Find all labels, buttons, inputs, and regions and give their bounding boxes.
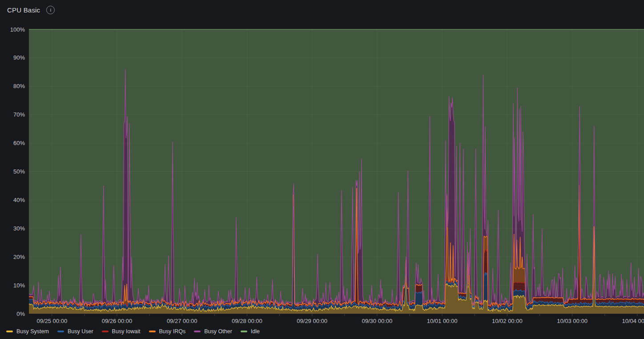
- y-tick-label: 0%: [16, 311, 25, 317]
- x-tick-label: 09/25 00:00: [36, 318, 67, 324]
- x-tick-label: 10/03 00:00: [557, 318, 588, 324]
- legend-label: Idle: [251, 328, 260, 335]
- legend-item-idle[interactable]: Idle: [241, 328, 260, 335]
- area-idle: [29, 29, 644, 306]
- x-axis: 09/25 00:0009/26 00:0009/27 00:0009/28 0…: [36, 314, 644, 324]
- legend-label: Busy Iowait: [112, 328, 141, 335]
- time-series-plot[interactable]: 0%10%20%30%40%50%60%70%80%90%100%09/25 0…: [0, 20, 644, 327]
- y-tick-label: 100%: [10, 26, 25, 33]
- grafana-panel: CPU Basic i 0%10%20%30%40%50%60%70%80%90…: [0, 0, 644, 339]
- legend-item-iowait[interactable]: Busy Iowait: [102, 328, 141, 335]
- y-tick-label: 60%: [13, 140, 25, 146]
- legend-swatch-other: [194, 331, 201, 333]
- y-tick-label: 20%: [13, 254, 25, 260]
- y-tick-label: 10%: [13, 282, 25, 289]
- y-tick-label: 50%: [13, 168, 25, 175]
- y-tick-label: 30%: [13, 225, 25, 232]
- series-areas: [29, 29, 644, 314]
- y-tick-label: 70%: [13, 111, 25, 118]
- legend-label: Busy User: [68, 328, 93, 335]
- y-axis: 0%10%20%30%40%50%60%70%80%90%100%: [10, 26, 25, 317]
- x-tick-label: 09/30 00:00: [362, 318, 393, 324]
- x-tick-label: 09/26 00:00: [102, 318, 133, 324]
- legend-item-irqs[interactable]: Busy IRQs: [149, 328, 186, 335]
- cpu-basic-chart[interactable]: 0%10%20%30%40%50%60%70%80%90%100%09/25 0…: [0, 20, 644, 327]
- x-tick-label: 10/04 00:00: [622, 318, 644, 324]
- legend-item-other[interactable]: Busy Other: [194, 328, 232, 335]
- x-tick-label: 10/02 00:00: [492, 318, 523, 324]
- y-tick-label: 40%: [13, 197, 25, 203]
- x-tick-label: 10/01 00:00: [427, 318, 458, 324]
- legend-label: Busy IRQs: [159, 328, 186, 335]
- panel-title: CPU Basic: [7, 6, 40, 14]
- legend-label: Busy System: [16, 328, 49, 335]
- x-tick-label: 09/28 00:00: [232, 318, 262, 324]
- legend-swatch-irqs: [149, 331, 156, 333]
- x-tick-label: 09/27 00:00: [167, 318, 197, 324]
- legend-swatch-iowait: [102, 331, 109, 333]
- x-tick-label: 09/29 00:00: [297, 318, 327, 324]
- legend-item-user[interactable]: Busy User: [57, 328, 93, 335]
- info-icon[interactable]: i: [46, 6, 55, 14]
- legend-swatch-idle: [241, 331, 247, 333]
- panel-header: CPU Basic i: [0, 0, 644, 20]
- legend-label: Busy Other: [204, 328, 232, 335]
- legend: Busy SystemBusy UserBusy IowaitBusy IRQs…: [6, 327, 260, 336]
- legend-swatch-system: [6, 331, 13, 333]
- legend-swatch-user: [57, 331, 64, 333]
- y-tick-label: 90%: [13, 54, 25, 61]
- legend-item-system[interactable]: Busy System: [6, 328, 49, 335]
- y-tick-label: 80%: [13, 83, 25, 89]
